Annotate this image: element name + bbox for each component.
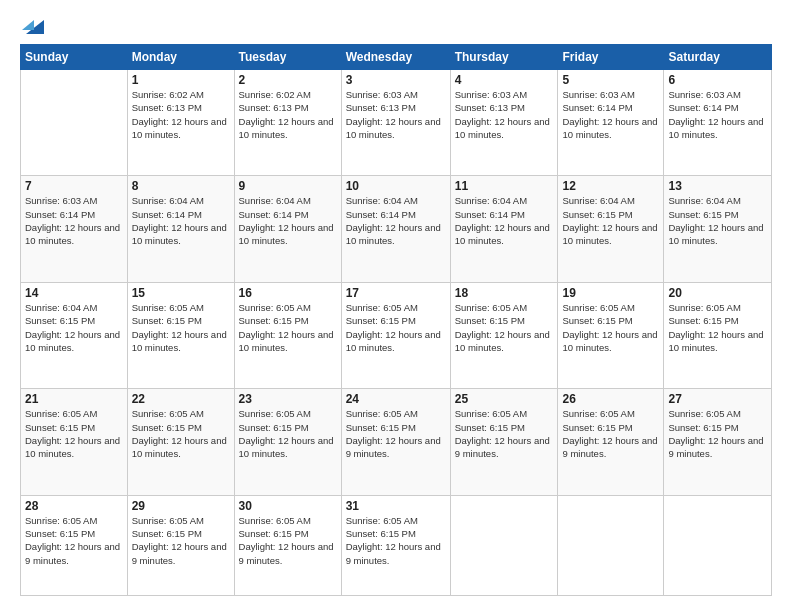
calendar-cell	[664, 495, 772, 595]
calendar-cell: 6Sunrise: 6:03 AM Sunset: 6:14 PM Daylig…	[664, 70, 772, 176]
day-number: 9	[239, 179, 337, 193]
svg-marker-1	[22, 20, 34, 30]
day-number: 16	[239, 286, 337, 300]
calendar-week-row: 1Sunrise: 6:02 AM Sunset: 6:13 PM Daylig…	[21, 70, 772, 176]
day-info: Sunrise: 6:05 AM Sunset: 6:15 PM Dayligh…	[562, 407, 659, 460]
day-info: Sunrise: 6:05 AM Sunset: 6:15 PM Dayligh…	[25, 407, 123, 460]
day-number: 15	[132, 286, 230, 300]
day-info: Sunrise: 6:05 AM Sunset: 6:15 PM Dayligh…	[346, 514, 446, 567]
calendar-cell	[558, 495, 664, 595]
day-info: Sunrise: 6:05 AM Sunset: 6:15 PM Dayligh…	[25, 514, 123, 567]
day-info: Sunrise: 6:04 AM Sunset: 6:15 PM Dayligh…	[668, 194, 767, 247]
day-number: 31	[346, 499, 446, 513]
calendar-cell: 7Sunrise: 6:03 AM Sunset: 6:14 PM Daylig…	[21, 176, 128, 282]
day-number: 21	[25, 392, 123, 406]
calendar-cell: 4Sunrise: 6:03 AM Sunset: 6:13 PM Daylig…	[450, 70, 558, 176]
day-number: 29	[132, 499, 230, 513]
calendar-cell: 28Sunrise: 6:05 AM Sunset: 6:15 PM Dayli…	[21, 495, 128, 595]
logo-icon	[22, 16, 44, 34]
calendar-cell: 20Sunrise: 6:05 AM Sunset: 6:15 PM Dayli…	[664, 282, 772, 388]
day-info: Sunrise: 6:03 AM Sunset: 6:14 PM Dayligh…	[668, 88, 767, 141]
days-of-week-row: SundayMondayTuesdayWednesdayThursdayFrid…	[21, 45, 772, 70]
calendar-cell: 5Sunrise: 6:03 AM Sunset: 6:14 PM Daylig…	[558, 70, 664, 176]
calendar-body: 1Sunrise: 6:02 AM Sunset: 6:13 PM Daylig…	[21, 70, 772, 596]
calendar-cell: 19Sunrise: 6:05 AM Sunset: 6:15 PM Dayli…	[558, 282, 664, 388]
day-info: Sunrise: 6:03 AM Sunset: 6:14 PM Dayligh…	[562, 88, 659, 141]
day-number: 24	[346, 392, 446, 406]
calendar-cell: 10Sunrise: 6:04 AM Sunset: 6:14 PM Dayli…	[341, 176, 450, 282]
calendar-cell: 12Sunrise: 6:04 AM Sunset: 6:15 PM Dayli…	[558, 176, 664, 282]
day-of-week-header: Sunday	[21, 45, 128, 70]
day-info: Sunrise: 6:05 AM Sunset: 6:15 PM Dayligh…	[239, 514, 337, 567]
calendar-cell: 31Sunrise: 6:05 AM Sunset: 6:15 PM Dayli…	[341, 495, 450, 595]
day-number: 22	[132, 392, 230, 406]
day-info: Sunrise: 6:05 AM Sunset: 6:15 PM Dayligh…	[455, 407, 554, 460]
calendar-cell: 22Sunrise: 6:05 AM Sunset: 6:15 PM Dayli…	[127, 389, 234, 495]
day-info: Sunrise: 6:05 AM Sunset: 6:15 PM Dayligh…	[346, 301, 446, 354]
day-info: Sunrise: 6:02 AM Sunset: 6:13 PM Dayligh…	[239, 88, 337, 141]
calendar-cell: 8Sunrise: 6:04 AM Sunset: 6:14 PM Daylig…	[127, 176, 234, 282]
day-info: Sunrise: 6:04 AM Sunset: 6:15 PM Dayligh…	[562, 194, 659, 247]
day-info: Sunrise: 6:03 AM Sunset: 6:14 PM Dayligh…	[25, 194, 123, 247]
day-info: Sunrise: 6:04 AM Sunset: 6:14 PM Dayligh…	[455, 194, 554, 247]
day-number: 1	[132, 73, 230, 87]
day-number: 5	[562, 73, 659, 87]
day-number: 18	[455, 286, 554, 300]
calendar-table: SundayMondayTuesdayWednesdayThursdayFrid…	[20, 44, 772, 596]
day-info: Sunrise: 6:05 AM Sunset: 6:15 PM Dayligh…	[346, 407, 446, 460]
calendar-cell: 1Sunrise: 6:02 AM Sunset: 6:13 PM Daylig…	[127, 70, 234, 176]
day-info: Sunrise: 6:05 AM Sunset: 6:15 PM Dayligh…	[562, 301, 659, 354]
calendar-week-row: 14Sunrise: 6:04 AM Sunset: 6:15 PM Dayli…	[21, 282, 772, 388]
day-number: 10	[346, 179, 446, 193]
calendar-cell: 2Sunrise: 6:02 AM Sunset: 6:13 PM Daylig…	[234, 70, 341, 176]
day-number: 7	[25, 179, 123, 193]
day-of-week-header: Monday	[127, 45, 234, 70]
day-number: 27	[668, 392, 767, 406]
calendar-cell: 21Sunrise: 6:05 AM Sunset: 6:15 PM Dayli…	[21, 389, 128, 495]
day-info: Sunrise: 6:02 AM Sunset: 6:13 PM Dayligh…	[132, 88, 230, 141]
day-number: 20	[668, 286, 767, 300]
calendar-cell: 24Sunrise: 6:05 AM Sunset: 6:15 PM Dayli…	[341, 389, 450, 495]
calendar-cell: 30Sunrise: 6:05 AM Sunset: 6:15 PM Dayli…	[234, 495, 341, 595]
day-info: Sunrise: 6:05 AM Sunset: 6:15 PM Dayligh…	[132, 407, 230, 460]
day-number: 19	[562, 286, 659, 300]
calendar-cell: 9Sunrise: 6:04 AM Sunset: 6:14 PM Daylig…	[234, 176, 341, 282]
day-number: 17	[346, 286, 446, 300]
calendar-cell: 25Sunrise: 6:05 AM Sunset: 6:15 PM Dayli…	[450, 389, 558, 495]
day-number: 11	[455, 179, 554, 193]
calendar-cell: 18Sunrise: 6:05 AM Sunset: 6:15 PM Dayli…	[450, 282, 558, 388]
day-info: Sunrise: 6:03 AM Sunset: 6:13 PM Dayligh…	[346, 88, 446, 141]
day-number: 30	[239, 499, 337, 513]
day-info: Sunrise: 6:05 AM Sunset: 6:15 PM Dayligh…	[132, 301, 230, 354]
calendar-cell: 3Sunrise: 6:03 AM Sunset: 6:13 PM Daylig…	[341, 70, 450, 176]
calendar-cell: 29Sunrise: 6:05 AM Sunset: 6:15 PM Dayli…	[127, 495, 234, 595]
day-info: Sunrise: 6:05 AM Sunset: 6:15 PM Dayligh…	[132, 514, 230, 567]
day-number: 28	[25, 499, 123, 513]
day-number: 12	[562, 179, 659, 193]
calendar-cell: 23Sunrise: 6:05 AM Sunset: 6:15 PM Dayli…	[234, 389, 341, 495]
calendar-cell: 16Sunrise: 6:05 AM Sunset: 6:15 PM Dayli…	[234, 282, 341, 388]
day-number: 8	[132, 179, 230, 193]
day-of-week-header: Wednesday	[341, 45, 450, 70]
calendar-week-row: 21Sunrise: 6:05 AM Sunset: 6:15 PM Dayli…	[21, 389, 772, 495]
logo	[20, 16, 44, 34]
day-of-week-header: Saturday	[664, 45, 772, 70]
day-info: Sunrise: 6:05 AM Sunset: 6:15 PM Dayligh…	[668, 407, 767, 460]
day-number: 4	[455, 73, 554, 87]
day-info: Sunrise: 6:05 AM Sunset: 6:15 PM Dayligh…	[455, 301, 554, 354]
calendar-cell: 27Sunrise: 6:05 AM Sunset: 6:15 PM Dayli…	[664, 389, 772, 495]
day-info: Sunrise: 6:05 AM Sunset: 6:15 PM Dayligh…	[239, 301, 337, 354]
day-of-week-header: Thursday	[450, 45, 558, 70]
calendar-week-row: 7Sunrise: 6:03 AM Sunset: 6:14 PM Daylig…	[21, 176, 772, 282]
day-info: Sunrise: 6:04 AM Sunset: 6:14 PM Dayligh…	[346, 194, 446, 247]
calendar-cell: 15Sunrise: 6:05 AM Sunset: 6:15 PM Dayli…	[127, 282, 234, 388]
day-number: 23	[239, 392, 337, 406]
day-info: Sunrise: 6:04 AM Sunset: 6:14 PM Dayligh…	[132, 194, 230, 247]
calendar-cell	[21, 70, 128, 176]
day-info: Sunrise: 6:05 AM Sunset: 6:15 PM Dayligh…	[668, 301, 767, 354]
day-of-week-header: Friday	[558, 45, 664, 70]
day-info: Sunrise: 6:03 AM Sunset: 6:13 PM Dayligh…	[455, 88, 554, 141]
day-of-week-header: Tuesday	[234, 45, 341, 70]
header	[20, 16, 772, 34]
day-number: 2	[239, 73, 337, 87]
